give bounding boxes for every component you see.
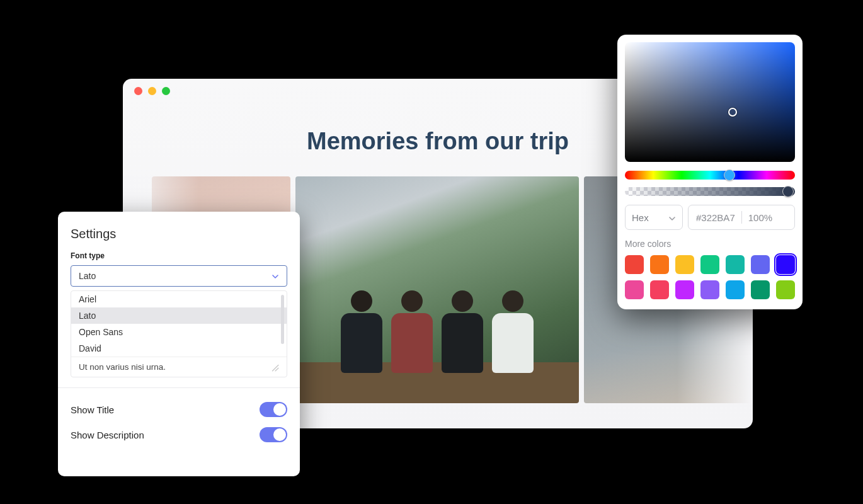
color-swatch[interactable] — [751, 280, 770, 299]
color-swatch[interactable] — [700, 255, 719, 274]
color-value-input[interactable]: #322BA7 100% — [688, 205, 795, 230]
photo-illustration — [295, 266, 579, 373]
chevron-down-icon — [271, 272, 279, 280]
hue-slider[interactable] — [625, 171, 795, 180]
color-picker-panel: Hex #322BA7 100% More colors — [617, 35, 803, 309]
color-swatch[interactable] — [625, 255, 644, 274]
font-option[interactable]: Lato — [71, 307, 287, 324]
color-swatch[interactable] — [700, 280, 719, 299]
hex-value: #322BA7 — [696, 212, 735, 223]
chevron-down-icon — [668, 214, 676, 221]
saturation-value-area[interactable] — [625, 42, 795, 162]
color-swatch[interactable] — [675, 255, 694, 274]
color-swatch[interactable] — [776, 280, 795, 299]
toggle-label: Show Title — [71, 404, 114, 415]
color-format-select[interactable]: Hex — [625, 205, 683, 230]
alpha-thumb[interactable] — [782, 186, 794, 197]
font-type-dropdown: ArielLatoOpen SansDavid Ut non varius ni… — [71, 290, 287, 377]
divider — [58, 387, 300, 388]
sample-text-value: Ut non varius nisi urna. — [79, 362, 166, 372]
window-minimize-button[interactable] — [148, 87, 156, 95]
font-type-value: Lato — [79, 271, 96, 281]
font-option[interactable]: Open Sans — [71, 324, 287, 340]
toggle-row: Show Title — [71, 397, 287, 422]
color-swatch[interactable] — [726, 280, 745, 299]
alpha-value: 100% — [748, 212, 772, 223]
color-swatch[interactable] — [625, 280, 644, 299]
separator — [741, 211, 742, 224]
window-close-button[interactable] — [134, 87, 142, 95]
color-swatch[interactable] — [751, 255, 770, 274]
font-type-label: Font type — [71, 251, 287, 260]
color-swatch[interactable] — [650, 255, 669, 274]
alpha-slider[interactable] — [625, 187, 795, 196]
settings-panel: Settings Font type Lato ArielLatoOpen Sa… — [58, 212, 300, 476]
hue-thumb[interactable] — [724, 169, 735, 181]
settings-title: Settings — [71, 227, 287, 241]
toggle-switch[interactable] — [260, 427, 287, 442]
more-colors-label: More colors — [625, 239, 795, 249]
carousel-slide-current[interactable] — [295, 176, 579, 403]
toggle-switch[interactable] — [260, 402, 287, 417]
color-format-value: Hex — [632, 212, 649, 223]
font-option[interactable]: David — [71, 340, 287, 357]
color-swatch[interactable] — [650, 280, 669, 299]
font-type-select[interactable]: Lato — [71, 265, 287, 287]
sample-text-input[interactable]: Ut non varius nisi urna. — [71, 357, 287, 377]
toggle-row: Show Description — [71, 422, 287, 447]
color-swatches — [625, 255, 795, 299]
color-swatch[interactable] — [776, 255, 795, 274]
color-swatch[interactable] — [675, 280, 694, 299]
sv-cursor[interactable] — [728, 108, 737, 117]
toggle-label: Show Description — [71, 430, 144, 440]
color-swatch[interactable] — [726, 255, 745, 274]
window-maximize-button[interactable] — [162, 87, 170, 95]
resize-handle-icon[interactable] — [270, 363, 279, 372]
font-option[interactable]: Ariel — [71, 291, 287, 307]
